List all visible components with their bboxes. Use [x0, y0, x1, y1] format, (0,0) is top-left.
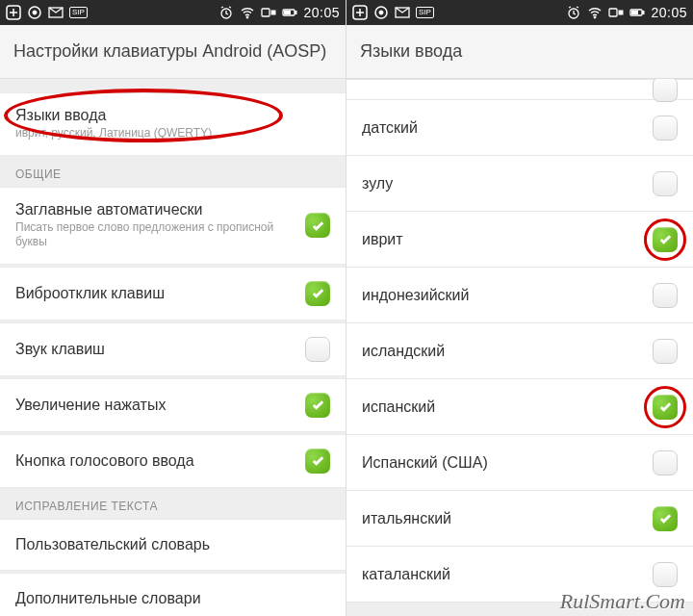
language-label: каталанский — [362, 566, 450, 583]
pane-keyboard-settings: SIP 20:05 Настройки клавиатуры Android (… — [0, 0, 346, 616]
language-row[interactable]: зулу — [346, 156, 693, 212]
language-row[interactable]: исландский — [346, 323, 693, 379]
language-row[interactable]: иврит — [346, 212, 693, 268]
row-title: Виброотклик клавиш — [15, 285, 295, 302]
checkbox[interactable] — [653, 395, 678, 420]
svg-point-13 — [379, 11, 383, 14]
svg-rect-9 — [295, 12, 297, 14]
checkbox[interactable] — [305, 213, 330, 238]
alarm-icon — [218, 5, 234, 20]
checkbox[interactable] — [305, 281, 330, 306]
target-icon — [373, 5, 389, 20]
plus-icon — [352, 5, 368, 20]
checkbox[interactable] — [653, 562, 678, 587]
svg-point-5 — [246, 16, 248, 18]
row-title: Увеличение нажатых — [15, 397, 295, 414]
language-label: итальянский — [362, 510, 451, 527]
settings-row[interactable]: Увеличение нажатых — [0, 378, 346, 432]
section-header-correction: ИСПРАВЛЕНИЕ ТЕКСТА — [0, 490, 346, 519]
settings-row[interactable]: Пользовательский словарь — [0, 519, 346, 571]
row-subtitle: Писать первое слово предложения с пропис… — [15, 220, 295, 250]
checkbox[interactable] — [653, 79, 678, 102]
language-label: испанский — [362, 398, 435, 416]
signal-icon — [608, 5, 624, 20]
language-row[interactable]: каталанский — [346, 547, 693, 603]
language-label: иврит — [362, 231, 403, 248]
checkbox[interactable] — [653, 450, 678, 475]
language-row[interactable]: Испанский (США) — [346, 435, 693, 491]
page-title-right: Языки ввода — [346, 25, 693, 79]
status-bar: SIP 20:05 — [0, 0, 346, 25]
svg-point-16 — [594, 16, 596, 18]
alarm-icon — [566, 5, 581, 20]
page-title-left: Настройки клавиатуры Android (AOSP) — [0, 25, 346, 79]
checkbox[interactable] — [305, 449, 330, 474]
svg-rect-17 — [609, 9, 617, 16]
sip-icon: SIP — [69, 7, 88, 18]
svg-rect-10 — [285, 12, 291, 14]
svg-rect-7 — [271, 11, 275, 14]
svg-rect-20 — [643, 12, 645, 14]
mail-icon — [48, 5, 64, 20]
battery-icon — [629, 5, 645, 20]
svg-rect-21 — [632, 12, 638, 14]
list-item-partial[interactable] — [346, 79, 693, 100]
mail-icon — [395, 5, 410, 20]
checkbox[interactable] — [653, 171, 678, 196]
wifi-icon — [240, 5, 255, 20]
sip-icon: SIP — [416, 7, 434, 18]
plus-icon — [6, 5, 21, 20]
settings-row[interactable]: Заглавные автоматическиПисать первое сло… — [0, 187, 346, 265]
row-title: Дополнительные словари — [15, 590, 321, 607]
language-row[interactable]: итальянский — [346, 491, 693, 547]
svg-rect-18 — [619, 11, 623, 14]
svg-point-2 — [33, 11, 37, 14]
status-bar: SIP 20:05 — [346, 0, 693, 25]
language-list[interactable]: датскийзулуивритиндонезийскийисландскийи… — [346, 79, 693, 610]
checkbox[interactable] — [653, 506, 678, 531]
clock-time: 20:05 — [651, 5, 687, 20]
checkbox[interactable] — [653, 283, 678, 308]
language-label: индонезийский — [362, 287, 469, 304]
language-row[interactable]: индонезийский — [346, 268, 693, 323]
language-label: зулу — [362, 175, 393, 192]
settings-row[interactable]: Звук клавиш — [0, 322, 346, 376]
svg-rect-6 — [262, 9, 270, 16]
row-title: Кнопка голосового ввода — [15, 452, 295, 470]
language-label: Испанский (США) — [362, 454, 488, 472]
checkbox[interactable] — [305, 337, 330, 362]
settings-row[interactable]: Дополнительные словари — [0, 573, 346, 616]
language-row[interactable]: датский — [346, 100, 693, 156]
settings-row[interactable]: Виброотклик клавиш — [0, 267, 346, 321]
row-subtitle: иврит, русский, Латиница (QWERTY) — [15, 126, 321, 141]
row-title: Пользовательский словарь — [15, 536, 321, 553]
battery-icon — [282, 5, 297, 20]
row-title: Языки ввода — [15, 107, 321, 124]
section-header-general: ОБЩИЕ — [0, 158, 346, 187]
row-input-languages[interactable]: Языки ввода иврит, русский, Латиница (QW… — [0, 92, 346, 156]
wifi-icon — [587, 5, 603, 20]
settings-row[interactable]: Кнопка голосового ввода — [0, 434, 346, 488]
target-icon — [27, 5, 42, 20]
language-label: исландский — [362, 343, 445, 360]
checkbox[interactable] — [305, 393, 330, 418]
language-label: датский — [362, 119, 418, 137]
pane-input-languages: SIP 20:05 Языки ввода датскийзулуивритин… — [346, 0, 693, 616]
signal-icon — [261, 5, 276, 20]
clock-time: 20:05 — [303, 5, 340, 20]
checkbox[interactable] — [653, 339, 678, 364]
checkbox[interactable] — [653, 227, 678, 252]
language-row[interactable]: испанский — [346, 379, 693, 435]
row-title: Звук клавиш — [15, 341, 295, 358]
checkbox[interactable] — [653, 116, 678, 141]
row-title: Заглавные автоматически — [15, 201, 295, 218]
